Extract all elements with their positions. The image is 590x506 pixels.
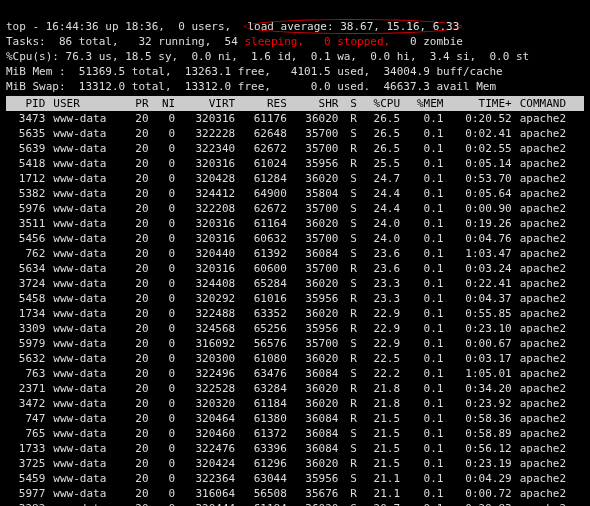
col-pid[interactable]: PID [6, 96, 49, 111]
cell-pid: 1712 [6, 171, 49, 186]
cell-pid: 2371 [6, 381, 49, 396]
process-row: 762www-data2003204406139236084S23.60.11:… [6, 246, 584, 261]
cell-cpu: 21.1 [361, 471, 404, 486]
cell-mem: 0.1 [404, 186, 447, 201]
cell-pid: 5639 [6, 141, 49, 156]
process-row: 5382www-data2003244126490035804S24.40.10… [6, 186, 584, 201]
cell-shr: 35700 [291, 201, 343, 216]
process-row: 5635www-data2003222286264835700S26.50.10… [6, 126, 584, 141]
cell-time: 0:00.72 [447, 486, 515, 501]
process-row: 5418www-data2003203166102435956R25.50.10… [6, 156, 584, 171]
cell-pid: 5459 [6, 471, 49, 486]
cell-pid: 747 [6, 411, 49, 426]
process-row: 747www-data2003204646138036084R21.50.10:… [6, 411, 584, 426]
cell-cmd: apache2 [516, 336, 584, 351]
cell-user: www-data [49, 156, 126, 171]
cell-time: 0:04.37 [447, 291, 515, 306]
col-time[interactable]: TIME+ [447, 96, 515, 111]
cell-ni: 0 [153, 246, 180, 261]
cell-res: 63284 [239, 381, 291, 396]
cell-pr: 20 [126, 171, 153, 186]
cell-res: 65256 [239, 321, 291, 336]
col-ni[interactable]: NI [153, 96, 180, 111]
col-user[interactable]: USER [49, 96, 126, 111]
cell-pid: 5977 [6, 486, 49, 501]
cell-time: 0:05.14 [447, 156, 515, 171]
cell-time: 0:58.89 [447, 426, 515, 441]
cell-virt: 320320 [179, 396, 239, 411]
cell-cmd: apache2 [516, 111, 584, 126]
cell-pid: 3472 [6, 396, 49, 411]
cell-ni: 0 [153, 321, 180, 336]
cell-cmd: apache2 [516, 501, 584, 506]
cell-cmd: apache2 [516, 156, 584, 171]
cell-shr: 35956 [291, 471, 343, 486]
cell-pr: 20 [126, 216, 153, 231]
table-body: 3473www-data2003203166117636020R26.50.10… [6, 111, 584, 506]
col-cpu[interactable]: %CPU [361, 96, 404, 111]
col-virt[interactable]: VIRT [179, 96, 239, 111]
cell-time: 0:34.20 [447, 381, 515, 396]
cell-user: www-data [49, 426, 126, 441]
cell-ni: 0 [153, 486, 180, 501]
cell-virt: 320444 [179, 501, 239, 506]
process-row: 3282www-data2003204446118436020S20.70.10… [6, 501, 584, 506]
cell-ni: 0 [153, 156, 180, 171]
process-row: 5639www-data2003223406267235700R26.50.10… [6, 141, 584, 156]
cell-pr: 20 [126, 456, 153, 471]
cell-mem: 0.1 [404, 261, 447, 276]
col-command[interactable]: COMMAND [516, 96, 584, 111]
cell-mem: 0.1 [404, 111, 447, 126]
cell-mem: 0.1 [404, 486, 447, 501]
cell-time: 0:23.10 [447, 321, 515, 336]
cell-cmd: apache2 [516, 216, 584, 231]
cell-pr: 20 [126, 471, 153, 486]
cell-mem: 0.1 [404, 171, 447, 186]
cell-mem: 0.1 [404, 501, 447, 506]
cell-pid: 5418 [6, 156, 49, 171]
process-row: 1733www-data2003224766339636084S21.50.10… [6, 441, 584, 456]
process-row: 5456www-data2003203166063235700S24.00.10… [6, 231, 584, 246]
cell-user: www-data [49, 231, 126, 246]
cell-time: 0:02.55 [447, 141, 515, 156]
cell-virt: 320316 [179, 231, 239, 246]
cell-pr: 20 [126, 381, 153, 396]
cell-s: S [342, 201, 360, 216]
cell-res: 61184 [239, 501, 291, 506]
col-s[interactable]: S [342, 96, 360, 111]
cell-pr: 20 [126, 336, 153, 351]
cell-virt: 320316 [179, 216, 239, 231]
cell-user: www-data [49, 141, 126, 156]
col-pr[interactable]: PR [126, 96, 153, 111]
cell-virt: 322340 [179, 141, 239, 156]
cell-cpu: 21.8 [361, 381, 404, 396]
cell-shr: 35956 [291, 291, 343, 306]
cell-virt: 324412 [179, 186, 239, 201]
process-row: 3511www-data2003203166116436020S24.00.10… [6, 216, 584, 231]
cell-shr: 36084 [291, 426, 343, 441]
cell-mem: 0.1 [404, 396, 447, 411]
cell-cpu: 25.5 [361, 156, 404, 171]
cell-time: 0:55.85 [447, 306, 515, 321]
cell-ni: 0 [153, 396, 180, 411]
cell-user: www-data [49, 276, 126, 291]
cell-cpu: 23.3 [361, 276, 404, 291]
cell-ni: 0 [153, 141, 180, 156]
col-mem[interactable]: %MEM [404, 96, 447, 111]
cell-res: 63044 [239, 471, 291, 486]
cell-mem: 0.1 [404, 141, 447, 156]
cell-virt: 320292 [179, 291, 239, 306]
col-res[interactable]: RES [239, 96, 291, 111]
col-shr[interactable]: SHR [291, 96, 343, 111]
cell-mem: 0.1 [404, 426, 447, 441]
process-row: 5979www-data2003160925657635700S22.90.10… [6, 336, 584, 351]
cell-s: S [342, 471, 360, 486]
cell-s: S [342, 336, 360, 351]
cell-pr: 20 [126, 201, 153, 216]
cell-virt: 320316 [179, 156, 239, 171]
cell-time: 0:00.67 [447, 336, 515, 351]
cell-pr: 20 [126, 186, 153, 201]
cell-mem: 0.1 [404, 456, 447, 471]
cell-virt: 320464 [179, 411, 239, 426]
cell-cpu: 24.0 [361, 231, 404, 246]
